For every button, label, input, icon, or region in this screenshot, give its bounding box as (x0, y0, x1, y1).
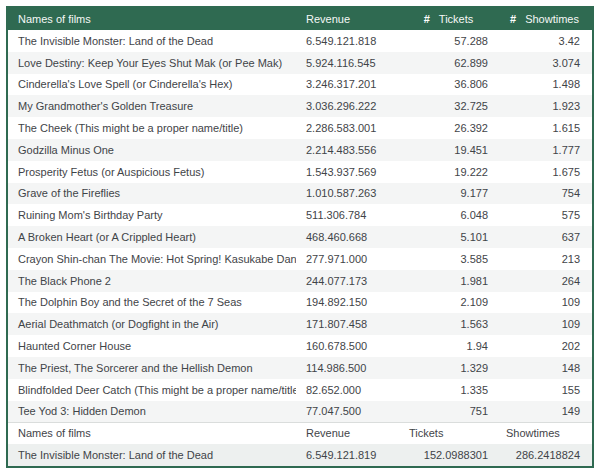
footer-labels-row: Names of films Revenue Tickets Showtimes (8, 422, 592, 444)
tickets-cell: 6.048 (400, 204, 497, 226)
tickets-cell: 1.329 (400, 357, 497, 379)
showtimes-cell: 637 (497, 226, 592, 248)
header-showtimes-label: Showtimes (525, 13, 579, 25)
table-row[interactable]: The Black Phone 2 244.077.173 1.981 264 (8, 270, 592, 292)
film-name-cell: Haunted Corner House (8, 335, 296, 357)
table-row[interactable]: Tee Yod 3: Hidden Demon 77.047.500 751 1… (8, 401, 592, 423)
film-name-cell: Ruining Mom's Birthday Party (8, 204, 296, 226)
tickets-cell: 2.109 (400, 292, 497, 314)
header-tickets[interactable]: #Tickets (400, 8, 497, 30)
film-name-cell: Tee Yod 3: Hidden Demon (8, 401, 296, 423)
showtimes-cell: 3.074 (497, 52, 592, 74)
films-table: Names of films Revenue #Tickets #Showtim… (8, 8, 592, 466)
tickets-cell: 9.177 (400, 183, 497, 205)
showtimes-cell: 109 (497, 292, 592, 314)
tickets-cell: 1.94 (400, 335, 497, 357)
table-row[interactable]: Crayon Shin-chan The Movie: Hot Spring! … (8, 248, 592, 270)
revenue-cell: 5.924.116.545 (296, 52, 400, 74)
summary-showtimes: 286.2418824 (497, 444, 592, 466)
revenue-cell: 1.010.587.263 (296, 183, 400, 205)
tickets-cell: 57.288 (400, 30, 497, 52)
showtimes-cell: 149 (497, 401, 592, 423)
table-row[interactable]: Blindfolded Deer Catch (This might be a … (8, 379, 592, 401)
table-row[interactable]: Ruining Mom's Birthday Party 511.306.784… (8, 204, 592, 226)
revenue-cell: 2.214.483.556 (296, 139, 400, 161)
table-row[interactable]: The Dolphin Boy and the Secret of the 7 … (8, 292, 592, 314)
footer-names-label: Names of films (8, 422, 296, 444)
revenue-cell: 171.807.458 (296, 313, 400, 335)
revenue-cell: 1.543.937.569 (296, 161, 400, 183)
film-name-cell: Blindfolded Deer Catch (This might be a … (8, 379, 296, 401)
revenue-cell: 468.460.668 (296, 226, 400, 248)
table-row[interactable]: Cinderella's Love Spell (or Cinderella's… (8, 74, 592, 96)
tickets-cell: 32.725 (400, 95, 497, 117)
header-tickets-label: Tickets (439, 13, 473, 25)
tickets-cell: 1.563 (400, 313, 497, 335)
film-name-cell: A Broken Heart (or A Crippled Heart) (8, 226, 296, 248)
revenue-cell: 277.971.000 (296, 248, 400, 270)
summary-film-name: The Invisible Monster: Land of the Dead (8, 444, 296, 466)
numeric-type-icon: # (510, 13, 516, 25)
table-header: Names of films Revenue #Tickets #Showtim… (8, 8, 592, 30)
table-row[interactable]: Grave of the Fireflies 1.010.587.263 9.1… (8, 183, 592, 205)
film-name-cell: The Invisible Monster: Land of the Dead (8, 30, 296, 52)
tickets-cell: 19.451 (400, 139, 497, 161)
header-row: Names of films Revenue #Tickets #Showtim… (8, 8, 592, 30)
revenue-cell: 6.549.121.818 (296, 30, 400, 52)
tickets-cell: 1.335 (400, 379, 497, 401)
tickets-cell: 62.899 (400, 52, 497, 74)
table-row[interactable]: Godzilla Minus One 2.214.483.556 19.451 … (8, 139, 592, 161)
film-name-cell: The Cheek (This might be a proper name/t… (8, 117, 296, 139)
showtimes-cell: 155 (497, 379, 592, 401)
film-name-cell: My Grandmother's Golden Treasure (8, 95, 296, 117)
revenue-cell: 194.892.150 (296, 292, 400, 314)
film-name-cell: The Dolphin Boy and the Secret of the 7 … (8, 292, 296, 314)
tickets-cell: 3.585 (400, 248, 497, 270)
showtimes-cell: 3.42 (497, 30, 592, 52)
summary-tickets: 152.0988301 (400, 444, 497, 466)
film-name-cell: Prosperity Fetus (or Auspicious Fetus) (8, 161, 296, 183)
table-row[interactable]: The Cheek (This might be a proper name/t… (8, 117, 592, 139)
table-row[interactable]: Love Destiny: Keep Your Eyes Shut Mak (o… (8, 52, 592, 74)
tickets-cell: 19.222 (400, 161, 497, 183)
showtimes-cell: 1.498 (497, 74, 592, 96)
header-revenue[interactable]: Revenue (296, 8, 400, 30)
showtimes-cell: 1.615 (497, 117, 592, 139)
table-row[interactable]: A Broken Heart (or A Crippled Heart) 468… (8, 226, 592, 248)
film-name-cell: Crayon Shin-chan The Movie: Hot Spring! … (8, 248, 296, 270)
table-row[interactable]: Haunted Corner House 160.678.500 1.94 20… (8, 335, 592, 357)
table-row[interactable]: My Grandmother's Golden Treasure 3.036.2… (8, 95, 592, 117)
revenue-cell: 3.246.317.201 (296, 74, 400, 96)
showtimes-cell: 575 (497, 204, 592, 226)
table-row[interactable]: The Invisible Monster: Land of the Dead … (8, 30, 592, 52)
showtimes-cell: 1.777 (497, 139, 592, 161)
table-row[interactable]: Aerial Deathmatch (or Dogfight in the Ai… (8, 313, 592, 335)
summary-revenue: 6.549.121.819 (296, 444, 400, 466)
film-name-cell: Cinderella's Love Spell (or Cinderella's… (8, 74, 296, 96)
revenue-cell: 77.047.500 (296, 401, 400, 423)
showtimes-cell: 1.675 (497, 161, 592, 183)
film-name-cell: The Priest, The Sorcerer and the Hellish… (8, 357, 296, 379)
tickets-cell: 36.806 (400, 74, 497, 96)
showtimes-cell: 754 (497, 183, 592, 205)
tickets-cell: 26.392 (400, 117, 497, 139)
table-row[interactable]: The Priest, The Sorcerer and the Hellish… (8, 357, 592, 379)
table-row[interactable]: Prosperity Fetus (or Auspicious Fetus) 1… (8, 161, 592, 183)
revenue-cell: 114.986.500 (296, 357, 400, 379)
header-names-of-films[interactable]: Names of films (8, 8, 296, 30)
tickets-cell: 751 (400, 401, 497, 423)
table-footer: Names of films Revenue Tickets Showtimes… (8, 422, 592, 466)
footer-showtimes-label: Showtimes (497, 422, 592, 444)
revenue-cell: 244.077.173 (296, 270, 400, 292)
numeric-type-icon: # (424, 13, 430, 25)
header-showtimes[interactable]: #Showtimes (497, 8, 592, 30)
tickets-cell: 1.981 (400, 270, 497, 292)
footer-revenue-label: Revenue (296, 422, 400, 444)
tickets-cell: 5.101 (400, 226, 497, 248)
revenue-cell: 2.286.583.001 (296, 117, 400, 139)
showtimes-cell: 213 (497, 248, 592, 270)
film-name-cell: Grave of the Fireflies (8, 183, 296, 205)
footer-summary-row: The Invisible Monster: Land of the Dead … (8, 444, 592, 466)
showtimes-cell: 264 (497, 270, 592, 292)
table-body: The Invisible Monster: Land of the Dead … (8, 30, 592, 422)
